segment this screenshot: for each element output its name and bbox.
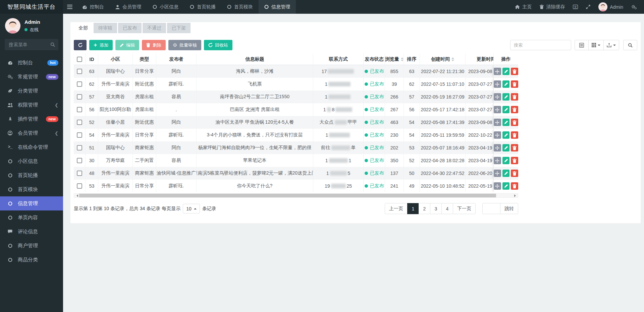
edit-row-button[interactable]	[502, 93, 510, 101]
fullscreen-button[interactable]	[582, 0, 594, 14]
sidebar-item[interactable]: 控制台hot	[0, 56, 63, 70]
column-header[interactable]: 浏览量	[385, 54, 404, 65]
add-button[interactable]: 添加	[89, 40, 113, 50]
tab-item[interactable]: 待审核	[94, 23, 117, 33]
tab-item[interactable]: 已下架	[167, 23, 191, 33]
page-number-button[interactable]: 3	[430, 203, 442, 214]
batch-audit-button[interactable]: 批量审核	[168, 40, 201, 50]
row-checkbox[interactable]	[77, 107, 82, 112]
page-number-button[interactable]: 4	[441, 203, 453, 214]
delete-button[interactable]: 删除	[142, 40, 166, 50]
move-button[interactable]	[494, 182, 501, 190]
move-button[interactable]	[494, 106, 501, 113]
select-all-checkbox[interactable]	[77, 57, 82, 62]
row-checkbox[interactable]	[77, 183, 82, 189]
columns-button[interactable]	[588, 40, 604, 50]
language-button[interactable]: 文	[569, 0, 582, 14]
edit-row-button[interactable]	[502, 144, 510, 151]
jump-page-input[interactable]	[482, 203, 500, 214]
delete-row-button[interactable]	[511, 131, 518, 139]
delete-row-button[interactable]	[511, 170, 518, 177]
sidebar-item[interactable]: 小区信息	[0, 154, 63, 168]
topnav-item[interactable]: 信息管理	[259, 0, 296, 14]
delete-row-button[interactable]	[511, 68, 518, 75]
sidebar-item[interactable]: 分类管理	[0, 84, 63, 98]
row-checkbox[interactable]	[77, 69, 82, 74]
move-button[interactable]	[494, 68, 501, 75]
move-button[interactable]	[494, 80, 501, 88]
clear-cache-button[interactable]: 清除缓存	[536, 0, 569, 14]
detail-view-button[interactable]	[575, 40, 589, 50]
sidebar-item[interactable]: 会员管理❮	[0, 126, 63, 140]
page-number-button[interactable]: 2	[419, 203, 430, 214]
topnav-item[interactable]: 小区信息	[147, 0, 184, 14]
row-checkbox[interactable]	[77, 120, 82, 125]
sidebar-item[interactable]: 首页轮播	[0, 168, 63, 182]
user-menu[interactable]: Admin	[594, 0, 627, 14]
delete-row-button[interactable]	[511, 80, 518, 88]
topnav-item[interactable]: 会员管理	[110, 0, 147, 14]
topnav-item[interactable]: 首页模块	[221, 0, 259, 14]
sidebar-item[interactable]: 权限管理❮	[0, 98, 63, 112]
export-button[interactable]	[603, 40, 619, 50]
tab-item[interactable]: 不通过	[143, 23, 166, 33]
scroll-right-arrow[interactable]	[513, 194, 518, 197]
settings-button[interactable]	[627, 0, 641, 14]
search-button[interactable]	[623, 40, 637, 50]
move-button[interactable]	[494, 93, 501, 101]
sidebar-item[interactable]: 首页模块	[0, 182, 63, 196]
topnav-item[interactable]: 控制台	[76, 0, 110, 14]
edit-row-button[interactable]	[502, 170, 510, 177]
row-checkbox[interactable]	[77, 171, 82, 176]
tab-item[interactable]: 已发布	[118, 23, 142, 33]
move-button[interactable]	[494, 144, 501, 151]
scrollbar-thumb[interactable]	[79, 194, 496, 197]
home-button[interactable]: 主页	[511, 0, 536, 14]
tab-active[interactable]: 全部	[74, 23, 93, 33]
edit-row-button[interactable]	[502, 131, 510, 139]
sidebar-toggle-button[interactable]	[63, 0, 76, 14]
recycle-bin-button[interactable]: 回收站	[204, 40, 232, 50]
sidebar-item[interactable]: 插件管理new	[0, 112, 63, 126]
row-checkbox[interactable]	[77, 145, 82, 150]
edit-button[interactable]: 编辑	[115, 40, 139, 50]
edit-row-button[interactable]	[502, 80, 510, 88]
edit-row-button[interactable]	[502, 106, 510, 113]
delete-row-button[interactable]	[511, 106, 518, 113]
row-checkbox[interactable]	[77, 158, 82, 163]
column-header[interactable]: 创建时间	[420, 54, 465, 65]
prev-page-button[interactable]: 上一页	[385, 203, 408, 214]
sidebar-item[interactable]: 信息管理	[0, 196, 63, 210]
delete-row-button[interactable]	[511, 157, 518, 164]
delete-row-button[interactable]	[511, 119, 518, 126]
sidebar-item[interactable]: 常规管理new	[0, 70, 63, 84]
move-button[interactable]	[494, 170, 501, 177]
row-checkbox[interactable]	[77, 94, 82, 100]
scroll-left-arrow[interactable]	[74, 194, 79, 197]
move-button[interactable]	[494, 157, 501, 164]
refresh-button[interactable]	[74, 40, 87, 50]
delete-row-button[interactable]	[511, 144, 518, 151]
jump-button[interactable]: 跳转	[500, 203, 518, 214]
page-size-select[interactable]: 10	[183, 204, 200, 213]
page-number-button[interactable]: 1	[407, 203, 419, 214]
sidebar-item[interactable]: 商户管理	[0, 239, 63, 253]
horizontal-scrollbar[interactable]	[74, 193, 518, 198]
sidebar-item[interactable]: 评论信息	[0, 225, 63, 239]
table-search-input[interactable]	[510, 40, 571, 50]
topnav-item[interactable]: 首页轮播	[184, 0, 221, 14]
sidebar-item[interactable]: >_ 在线命令管理	[0, 140, 63, 154]
edit-row-button[interactable]	[502, 119, 510, 126]
delete-row-button[interactable]	[511, 93, 518, 101]
move-button[interactable]	[494, 119, 501, 126]
edit-row-button[interactable]	[502, 68, 510, 75]
next-page-button[interactable]: 下一页	[453, 203, 476, 214]
row-checkbox[interactable]	[77, 132, 82, 138]
edit-row-button[interactable]	[502, 182, 510, 190]
edit-row-button[interactable]	[502, 157, 510, 164]
row-checkbox[interactable]	[77, 81, 82, 87]
move-button[interactable]	[494, 131, 501, 139]
delete-row-button[interactable]	[511, 182, 518, 190]
sidebar-item[interactable]: 商品分类	[0, 253, 63, 267]
sidebar-item[interactable]: 单页内容	[0, 210, 63, 225]
